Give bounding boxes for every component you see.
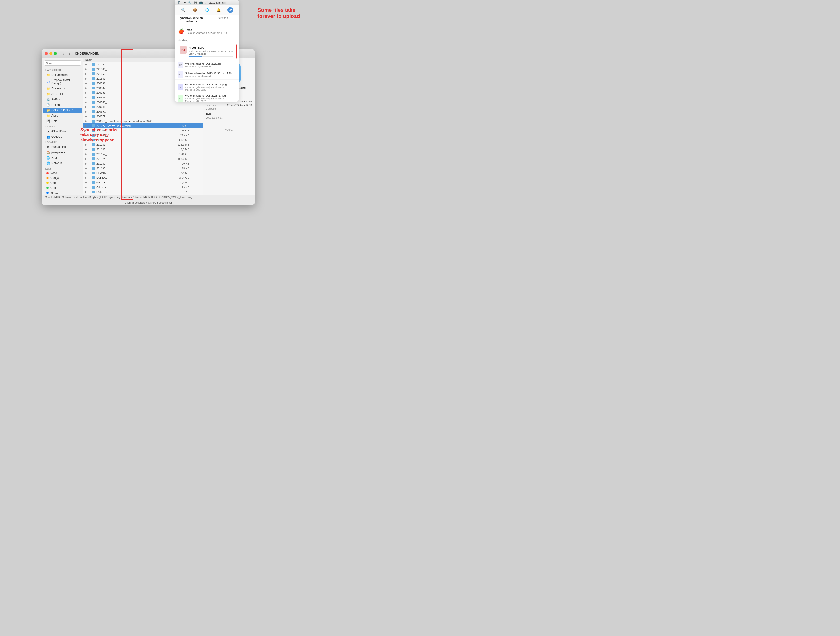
sidebar-tag-blauw[interactable]: Blauw bbox=[43, 190, 82, 195]
sidebar-item-archief[interactable]: 📁 ARCHIEF bbox=[43, 91, 82, 96]
file-size: 20 KB bbox=[166, 162, 189, 165]
expand-chevron[interactable]: ▶ bbox=[85, 101, 88, 103]
app-icon-3[interactable]: 🔧 bbox=[188, 1, 191, 5]
sidebar-tag-geel[interactable]: Geel bbox=[43, 181, 82, 185]
file-date: 23 jun. 2023 09:53 bbox=[189, 190, 203, 194]
sidebar-item-downloads[interactable]: 📁 Downloads bbox=[43, 86, 82, 91]
table-row[interactable]: ▶ 230819_Koraal onderwijs jaar verslagen… bbox=[84, 119, 203, 123]
sidebar-item-dropbox[interactable]: ⬡ Dropbox (Total Design) bbox=[43, 78, 82, 86]
tab-sync[interactable]: Synchronisatie en back-ups bbox=[175, 15, 207, 25]
expand-chevron[interactable]: ▶ bbox=[85, 148, 88, 151]
breadcrumb-item[interactable]: julespeters bbox=[76, 196, 87, 198]
breadcrumb-item[interactable]: Macintosh HD bbox=[45, 196, 60, 198]
sidebar-item-apps[interactable]: 📁 Apps bbox=[43, 113, 82, 118]
app-icon-2[interactable]: 👁 bbox=[183, 1, 186, 5]
expand-chevron[interactable]: ▶ bbox=[85, 158, 88, 160]
sidebar-item-netwerk[interactable]: 🌐 Netwerk bbox=[43, 161, 82, 166]
sidebar-item-data[interactable]: 💾 Data bbox=[43, 118, 82, 124]
expand-chevron[interactable]: ▶ bbox=[85, 63, 88, 66]
expand-chevron[interactable]: ▶ bbox=[85, 124, 88, 127]
user-avatar[interactable]: JP bbox=[227, 7, 233, 13]
expand-chevron[interactable]: ▶ bbox=[85, 176, 88, 179]
expand-chevron[interactable]: ▶ bbox=[85, 191, 88, 193]
table-row[interactable]: ▶ PORTFC 37 KB 23 jun. 2023 09:53 Map bbox=[84, 190, 203, 194]
sidebar-item-recent[interactable]: 🕐 Recent bbox=[43, 102, 82, 107]
file-size: 29 KB bbox=[166, 186, 189, 189]
sidebar-item-airdrop[interactable]: 📡 AirDrop bbox=[43, 97, 82, 102]
col-header-name[interactable]: Naam bbox=[85, 58, 166, 61]
table-row[interactable]: ▶ 231139_ 226,9 MB 8 jun. 2023 13:40 Map bbox=[84, 142, 203, 147]
table-row[interactable]: ▶ BEWAR_ 356 MB 25 mei 2023 13:57 Map bbox=[84, 171, 203, 175]
expand-chevron[interactable]: ▶ bbox=[85, 153, 88, 155]
expand-chevron[interactable]: ▶ bbox=[85, 68, 88, 70]
sidebar-tag-oranje[interactable]: Oranje bbox=[43, 176, 82, 180]
expand-chevron[interactable]: ▶ bbox=[85, 186, 88, 188]
sidebar-tag-rood[interactable]: Rood bbox=[43, 171, 82, 175]
expand-chevron[interactable]: ▶ bbox=[85, 167, 88, 170]
bell-icon[interactable]: 🔔 bbox=[216, 7, 221, 13]
sidebar-item-onderhanden[interactable]: 📁 ONDERHANDEN bbox=[43, 108, 82, 113]
close-button[interactable] bbox=[45, 52, 48, 55]
app-icon-6[interactable]: J bbox=[205, 1, 207, 5]
breadcrumb-item[interactable]: Projecten Jules Peters bbox=[116, 196, 139, 198]
expand-chevron[interactable]: ▶ bbox=[85, 73, 88, 75]
sidebar-item-nas[interactable]: 🌐 NAS bbox=[43, 155, 82, 160]
tab-activity[interactable]: Activiteit bbox=[207, 15, 238, 25]
meer-button[interactable]: Meer... bbox=[225, 128, 233, 131]
table-row[interactable]: ▶ 231174_ 193,6 MB 27 jun. 2023 14:52 Ma… bbox=[84, 156, 203, 161]
expand-chevron[interactable]: ▶ bbox=[85, 96, 88, 99]
app-icon-1[interactable]: 🎵 bbox=[177, 1, 181, 5]
expand-chevron[interactable]: ▶ bbox=[85, 106, 88, 108]
folder-icon[interactable]: 📦 bbox=[192, 7, 198, 13]
back-button[interactable]: ‹ bbox=[61, 51, 65, 56]
table-row[interactable]: ▶ 231193_ 115 KB 23 jun. 2023 09:58 Map bbox=[84, 166, 203, 171]
sidebar-item-icloud-drive[interactable]: ☁ iCloud Drive bbox=[43, 129, 82, 134]
breadcrumb-sep: › bbox=[114, 196, 115, 198]
sidebar-item-documenten[interactable]: 📁 Documenten bbox=[43, 72, 82, 77]
table-row[interactable]: ▶ 230779_ Map bbox=[84, 114, 203, 119]
table-row[interactable]: ▶ BUREAL 2,94 GB 23 jun. 2023 09:56 Map bbox=[84, 175, 203, 180]
table-row[interactable]: ▶ 231157_ 1,48 GB 21 jun. 2023 09:31 Map bbox=[84, 152, 203, 156]
sidebar-item-gedeeld[interactable]: 👥 Gedeeld bbox=[43, 134, 82, 139]
expand-chevron[interactable]: ▶ bbox=[85, 162, 88, 165]
table-row[interactable]: ▶ Grid tbv 29 KB 23 jun. 2023 09:58 Map bbox=[84, 185, 203, 190]
forward-button[interactable]: › bbox=[67, 51, 72, 56]
table-row[interactable]: ▶ 231180_ 20 KB 23 jun. 2023 09:55 Map bbox=[84, 161, 203, 166]
finder-title: ONDERHANDEN bbox=[75, 52, 99, 55]
expand-chevron[interactable]: ▶ bbox=[85, 110, 88, 113]
expand-chevron[interactable]: ▶ bbox=[85, 120, 88, 122]
expand-chevron[interactable]: ▶ bbox=[85, 172, 88, 174]
breadcrumb-item[interactable]: ONDERHANDEN bbox=[142, 196, 160, 198]
file-size: 10,8 MB bbox=[166, 181, 189, 184]
maximize-button[interactable] bbox=[54, 52, 57, 55]
minimize-button[interactable] bbox=[49, 52, 52, 55]
sidebar-item-label: ONDERHANDEN bbox=[52, 109, 74, 112]
table-row[interactable]: ▶ GETTY_ 10,8 MB 8 mrt. 2022 09:27 Map bbox=[84, 180, 203, 185]
search-icon[interactable]: 🔍 bbox=[180, 7, 186, 13]
expand-chevron[interactable]: ▶ bbox=[85, 115, 88, 118]
breadcrumb-item[interactable]: 231027_SMPM_Jaarverslag bbox=[162, 196, 192, 198]
table-row[interactable]: ▶ 231145_ 18,3 MB Eergisteren 08:45 Map bbox=[84, 147, 203, 152]
expand-chevron[interactable]: ▶ bbox=[85, 181, 88, 184]
file-name-label: 231157_ bbox=[96, 153, 107, 156]
breadcrumb-item[interactable]: Dropbox (Total Design) bbox=[89, 196, 114, 198]
globe-icon[interactable]: 🌐 bbox=[204, 7, 210, 13]
search-input[interactable] bbox=[44, 60, 81, 66]
sidebar-item-julespeters[interactable]: 🏠 julespeters bbox=[43, 150, 82, 155]
breadcrumb-item[interactable]: Gebruikers bbox=[62, 196, 73, 198]
sidebar-item-bureaublad[interactable]: 🖥 Bureaublad bbox=[43, 144, 82, 150]
expand-chevron[interactable]: ▶ bbox=[85, 91, 88, 94]
upload-progress-bar bbox=[188, 56, 234, 57]
sync-filename: Weller Magazine_JUL-2023.zip bbox=[185, 62, 236, 65]
table-row[interactable]: ▶ 230641_ Map bbox=[84, 105, 203, 109]
sidebar-tag-groen[interactable]: Groen bbox=[43, 186, 82, 190]
expand-chevron[interactable]: ▶ bbox=[85, 77, 88, 80]
expand-chevron[interactable]: ▶ bbox=[85, 143, 88, 146]
device-info: Mac Back-up vandaag bijgewerkt om 14:13 bbox=[186, 28, 236, 34]
app-icon-5[interactable]: 📺 bbox=[199, 1, 203, 5]
app-icon-4[interactable]: 🎮 bbox=[193, 1, 197, 5]
expand-chevron[interactable]: ▶ bbox=[85, 87, 88, 89]
expand-chevron[interactable]: ▶ bbox=[85, 82, 88, 85]
table-row[interactable]: ▶ 23069C_ Map bbox=[84, 109, 203, 114]
add-tag-label[interactable]: Voeg tags toe... bbox=[206, 116, 252, 119]
